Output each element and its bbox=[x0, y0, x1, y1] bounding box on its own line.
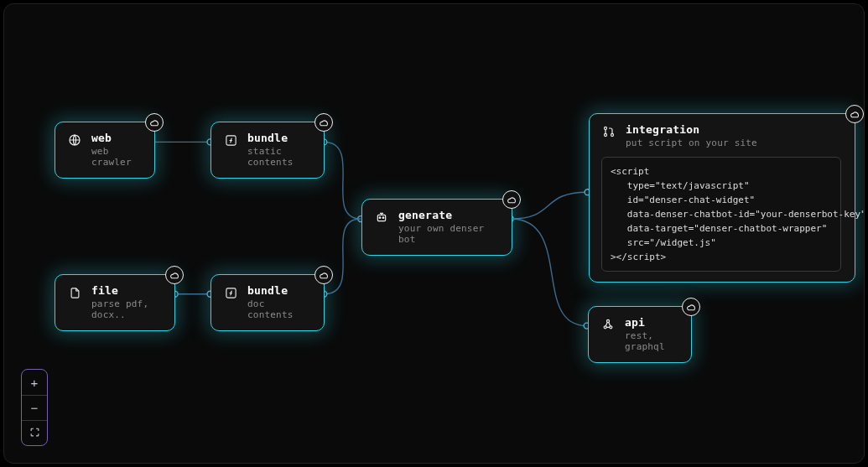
node-title: bundle bbox=[247, 132, 312, 144]
minus-icon: − bbox=[31, 401, 39, 415]
svg-point-15 bbox=[382, 217, 384, 219]
svg-point-21 bbox=[606, 319, 609, 322]
pullrequest-icon bbox=[601, 124, 616, 139]
node-subtitle: rest, graphql bbox=[625, 330, 679, 352]
svg-point-19 bbox=[604, 326, 606, 329]
fit-view-button[interactable] bbox=[22, 420, 47, 445]
cloud-icon bbox=[845, 105, 864, 123]
node-file[interactable]: file parse pdf, docx.. bbox=[55, 274, 175, 331]
node-web[interactable]: web web crawler bbox=[55, 122, 155, 179]
webhook-icon bbox=[600, 317, 616, 332]
node-title: integration bbox=[626, 123, 757, 136]
code-snippet: <script type="text/javascript" id="dense… bbox=[601, 157, 841, 272]
node-title: api bbox=[625, 316, 679, 329]
file-icon bbox=[67, 285, 82, 300]
cloud-icon bbox=[314, 266, 333, 284]
node-integration[interactable]: integration put script on your site <scr… bbox=[589, 113, 855, 283]
svg-point-17 bbox=[604, 133, 606, 136]
function-icon bbox=[223, 285, 238, 300]
svg-point-18 bbox=[611, 133, 613, 136]
function-icon bbox=[223, 132, 238, 148]
node-subtitle: static contents bbox=[247, 146, 312, 168]
node-bundle-static[interactable]: bundle static contents bbox=[211, 122, 325, 179]
flow-canvas[interactable]: web web crawler bundle static contents f… bbox=[3, 3, 865, 464]
cloud-icon bbox=[314, 113, 333, 132]
node-title: web bbox=[91, 132, 143, 144]
cloud-icon bbox=[165, 266, 184, 284]
node-subtitle: parse pdf, docx.. bbox=[91, 298, 163, 320]
robot-icon bbox=[374, 210, 389, 225]
plus-icon: + bbox=[31, 376, 39, 390]
node-bundle-doc[interactable]: bundle doc contents bbox=[211, 274, 325, 331]
node-api[interactable]: api rest, graphql bbox=[588, 306, 692, 363]
node-subtitle: your own denser bot bbox=[398, 223, 500, 245]
cloud-icon bbox=[145, 113, 164, 132]
svg-point-16 bbox=[604, 127, 606, 129]
zoom-controls: + − bbox=[21, 369, 48, 446]
cloud-icon bbox=[502, 190, 521, 209]
zoom-in-button[interactable]: + bbox=[22, 370, 47, 395]
node-title: generate bbox=[398, 209, 500, 221]
node-generate[interactable]: generate your own denser bot bbox=[361, 199, 512, 256]
node-title: file bbox=[91, 284, 163, 297]
node-subtitle: put script on your site bbox=[626, 138, 757, 148]
globe-icon bbox=[67, 132, 82, 148]
expand-icon bbox=[29, 426, 40, 440]
cloud-icon bbox=[682, 298, 700, 316]
node-subtitle: doc contents bbox=[247, 298, 312, 320]
node-title: bundle bbox=[247, 284, 312, 297]
svg-point-14 bbox=[379, 217, 381, 219]
zoom-out-button[interactable]: − bbox=[22, 395, 47, 420]
svg-point-20 bbox=[610, 326, 612, 329]
node-subtitle: web crawler bbox=[91, 146, 143, 168]
